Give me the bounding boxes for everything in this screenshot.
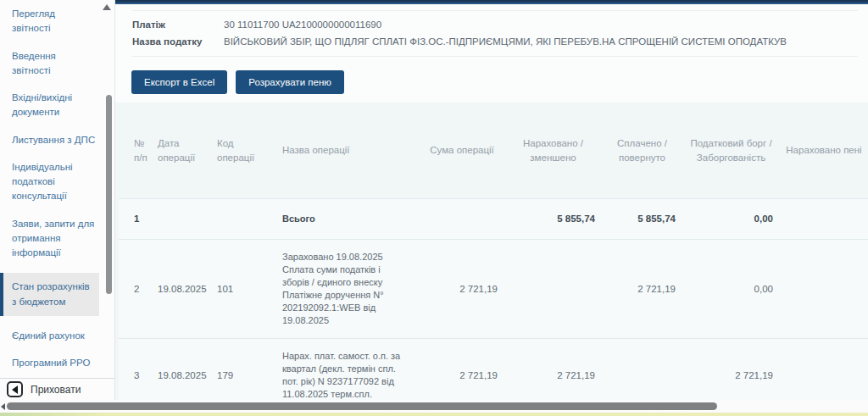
main-content: Платіж 30 11011700 UA2100000000011690 На… xyxy=(115,0,868,400)
cell-date: 19.08.2025 xyxy=(151,358,210,393)
toolbar: Експорт в Excel Розрахувати пеню xyxy=(115,57,868,94)
sidebar-nav: Перегляд звітностіВведення звітностіВхід… xyxy=(0,0,114,416)
cell-accrued: 5 855,74 xyxy=(504,202,602,236)
column-header: Сума операції xyxy=(420,143,504,158)
payment-value: 30 11011700 UA2100000000011690 xyxy=(224,19,381,30)
sidebar-item-selected[interactable]: Стан розрахунків з бюджетом xyxy=(0,273,99,316)
cell-code: 179 xyxy=(210,358,275,393)
tax-name-value: ВІЙСЬКОВИЙ ЗБІР, ЩО ПІДЛЯГ СПЛАТІ ФІЗ.ОС… xyxy=(224,36,787,47)
sidebar-item[interactable]: Заяви, запити для отримання інформації xyxy=(0,217,99,261)
sidebar-item[interactable]: Введення звітності xyxy=(0,49,99,79)
sidebar-item[interactable]: Перегляд звітності xyxy=(0,7,99,36)
cell-date: 19.08.2025 xyxy=(151,272,210,307)
collapse-label: Приховати xyxy=(31,384,81,396)
scroll-up-icon[interactable] xyxy=(103,4,111,10)
cell-debt: 2 721,19 xyxy=(682,358,780,393)
cell-code: 101 xyxy=(210,272,275,307)
export-excel-button[interactable]: Експорт в Excel xyxy=(131,70,227,94)
table-row: 219.08.2025101Зараховано 19.08.2025 Спла… xyxy=(119,239,868,338)
column-header: № п/п xyxy=(119,136,151,164)
payment-info: Платіж 30 11011700 UA2100000000011690 На… xyxy=(115,11,868,50)
scroll-left-icon[interactable] xyxy=(1,403,5,410)
cell-date xyxy=(151,208,210,230)
cell-paid: 5 855,74 xyxy=(602,202,682,236)
cell-debt: 0,00 xyxy=(682,272,780,307)
column-header: Нараховано / зменшено xyxy=(504,136,602,164)
cell-penalty xyxy=(780,278,868,300)
sidebar-scrollbar-thumb[interactable] xyxy=(106,95,112,294)
sidebar-item[interactable]: Програмний РРО xyxy=(0,356,99,370)
horizontal-scrollbar-thumb[interactable] xyxy=(7,402,717,410)
column-header: Код операції xyxy=(210,136,275,164)
cell-accrued: 2 721,19 xyxy=(504,358,602,393)
cell-debt: 0,00 xyxy=(682,202,780,236)
cell-paid: 2 721,19 xyxy=(602,272,682,307)
sidebar-item[interactable]: Листування з ДПС xyxy=(0,133,99,147)
cell-penalty xyxy=(780,208,868,230)
sidebar-item[interactable]: Вхідні/вихідні документи xyxy=(0,91,99,120)
calculate-penalty-button[interactable]: Розрахувати пеню xyxy=(236,70,344,94)
cell-num: 2 xyxy=(119,272,151,307)
cell-name: Нарах. плат. самост. о.п. за квартал (де… xyxy=(275,339,420,400)
cell-name: Всього xyxy=(275,202,420,236)
collapse-left-icon xyxy=(7,381,23,397)
tax-name-row: Назва податку ВІЙСЬКОВИЙ ЗБІР, ЩО ПІДЛЯГ… xyxy=(132,33,858,50)
cell-num: 1 xyxy=(119,202,151,236)
tax-name-label: Назва податку xyxy=(132,36,224,47)
payment-label: Платіж xyxy=(132,19,224,30)
collapse-sidebar-button[interactable]: Приховати xyxy=(0,378,114,400)
horizontal-scrollbar xyxy=(0,400,868,413)
column-header: Сплачено / повернуто xyxy=(602,136,682,164)
operations-table: № п/пДата операціїКод операціїНазва опер… xyxy=(115,103,868,400)
cell-sum: 2 721,19 xyxy=(420,272,504,307)
column-header: Дата операції xyxy=(151,136,210,164)
cell-code xyxy=(210,208,275,230)
cell-sum: 2 721,19 xyxy=(420,358,504,393)
cell-name: Зараховано 19.08.2025 Сплата суми податк… xyxy=(275,240,420,338)
cell-accrued xyxy=(504,278,602,300)
top-header-strip xyxy=(115,0,868,4)
sidebar-item[interactable]: Індивідуальні податкові консультації xyxy=(0,160,99,204)
column-header: Назва операції xyxy=(275,143,420,158)
table-row: 1Всього5 855,745 855,740,00 xyxy=(119,198,868,239)
sidebar: Перегляд звітностіВведення звітностіВхід… xyxy=(0,0,115,400)
cell-sum xyxy=(420,208,504,230)
cell-num: 3 xyxy=(119,358,151,393)
table-header-row: № п/пДата операціїКод операціїНазва опер… xyxy=(119,103,868,198)
bottom-accent-line xyxy=(0,413,868,416)
column-header: Нараховано пені xyxy=(780,143,868,158)
app-window: Перегляд звітностіВведення звітностіВхід… xyxy=(0,0,868,400)
sidebar-item[interactable]: Єдиний рахунок xyxy=(0,329,99,343)
table-body: 1Всього5 855,745 855,740,00219.08.202510… xyxy=(119,198,868,400)
payment-row: Платіж 30 11011700 UA2100000000011690 xyxy=(132,16,858,33)
cell-paid xyxy=(602,364,682,386)
table-row: 319.08.2025179Нарах. плат. самост. о.п. … xyxy=(119,338,868,400)
cell-penalty xyxy=(780,364,868,386)
column-header: Податковий борг / Заборгованість xyxy=(682,136,780,164)
